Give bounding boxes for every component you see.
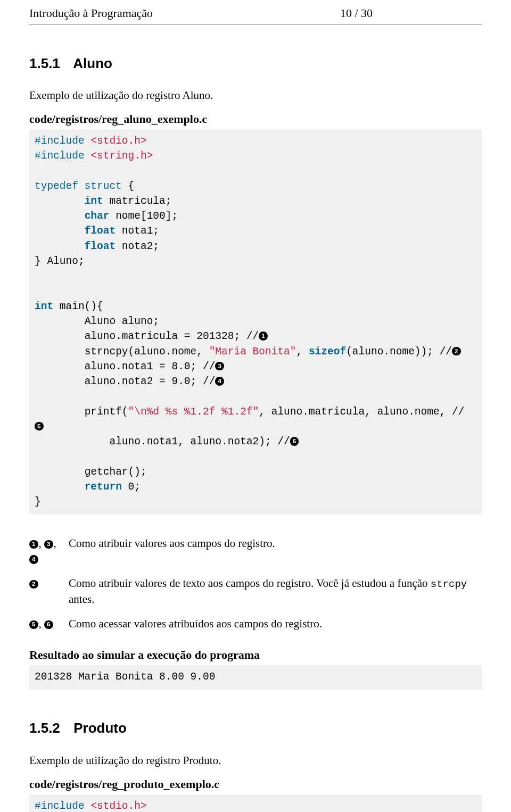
running-head: Introdução à Programação 10 / 30: [29, 0, 482, 24]
callout-lead: 5, 6: [29, 616, 63, 631]
section-title: Aluno: [73, 55, 112, 71]
section-intro-produto: Exemplo de utilização do registro Produt…: [29, 753, 482, 768]
section-number: 1.5.1: [29, 54, 70, 73]
callout-desc: Como acessar valores atribuídos aos camp…: [69, 616, 482, 631]
callout-badge-3: 3: [215, 362, 224, 371]
callout-badge-1: 1: [259, 332, 268, 341]
section-title: Produto: [73, 720, 127, 736]
inline-code: strcpy: [431, 578, 467, 590]
callout-badge-6: 6: [290, 437, 299, 446]
section-intro-aluno: Exemplo de utilização do registro Aluno.: [29, 88, 482, 103]
callout-row: 2 Como atribuir valores de texto aos cam…: [29, 576, 482, 607]
callout-row: 5, 6 Como acessar valores atribuídos aos…: [29, 616, 482, 631]
callout-badge-4: 4: [215, 377, 224, 386]
section-heading-produto: 1.5.2 Produto: [29, 719, 482, 738]
callout-badge: 2: [29, 580, 38, 589]
callout-badge: 1: [29, 540, 38, 549]
callout-lead: 1, 3, 4: [29, 536, 63, 566]
page-indicator: 10 / 30: [340, 5, 373, 21]
callout-row: 1, 3, 4 Como atribuir valores aos campos…: [29, 536, 482, 566]
code-file-label-aluno: code/registros/reg_aluno_exemplo.c: [29, 111, 482, 127]
callout-badge: 6: [44, 620, 53, 629]
callout-desc: Como atribuir valores aos campos do regi…: [69, 536, 482, 566]
callout-desc: Como atribuir valores de texto aos campo…: [69, 576, 482, 607]
callout-badge: 5: [29, 620, 38, 629]
callout-badge-2: 2: [452, 347, 461, 356]
callout-badge: 4: [29, 555, 38, 564]
callout-explanations: 1, 3, 4 Como atribuir valores aos campos…: [29, 536, 482, 631]
header-rule: [29, 24, 482, 25]
result-label: Resultado ao simular a execução do progr…: [29, 647, 482, 663]
callout-badge-5: 5: [35, 422, 44, 431]
section-heading-aluno: 1.5.1 Aluno: [29, 54, 482, 73]
code-block-aluno: #include <stdio.h> #include <string.h> t…: [29, 129, 482, 515]
result-output: 201328 Maria Bonita 8.00 9.00: [29, 665, 482, 690]
callout-lead: 2: [29, 576, 63, 607]
running-title: Introdução à Programação: [29, 5, 153, 21]
code-block-produto: #include <stdio.h> typedef struct { long…: [29, 794, 482, 812]
section-number: 1.5.2: [29, 719, 70, 738]
code-file-label-produto: code/registros/reg_produto_exemplo.c: [29, 776, 482, 792]
callout-badge: 3: [44, 540, 53, 549]
